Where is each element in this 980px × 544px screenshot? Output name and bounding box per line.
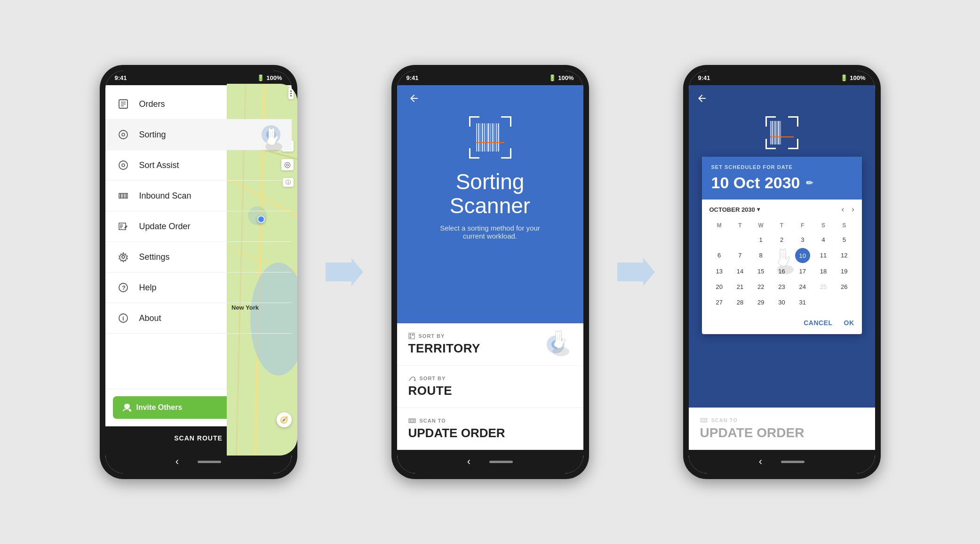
scan-laser-line [476, 142, 504, 143]
day-13[interactable]: 13 [709, 264, 729, 279]
route-main-label: ROUTE [408, 384, 572, 398]
menu-item-settings[interactable]: Settings [105, 242, 292, 272]
day-31[interactable]: 31 [793, 295, 813, 310]
svg-rect-36 [410, 334, 411, 336]
day-empty-1 [709, 232, 729, 247]
day-8[interactable]: 8 [751, 248, 771, 263]
svg-point-15 [119, 161, 127, 169]
day-29[interactable]: 29 [751, 295, 771, 310]
sort-by-territory-option[interactable]: SORT BY TERRITORY [397, 323, 583, 366]
invite-icon [122, 403, 132, 412]
back-arrow-icon-2 [408, 93, 420, 104]
route-icon [408, 375, 416, 382]
back-nav-button-3[interactable]: ‹ [759, 456, 762, 468]
update-order-label: Update Order [139, 222, 191, 232]
arrow-svg-2 [617, 258, 655, 286]
month-year-label: OCTOBER 2030 ▾ [709, 206, 760, 213]
back-button-2[interactable] [408, 93, 420, 107]
ok-button[interactable]: OK [844, 319, 854, 327]
day-28[interactable]: 28 [730, 295, 750, 310]
day-1[interactable]: 1 [751, 232, 771, 247]
menu-item-sorting[interactable]: Sorting [105, 120, 292, 150]
day-header-s1: S [813, 219, 833, 232]
day-15[interactable]: 15 [751, 264, 771, 279]
update-order-label-3: UPDATE ORDER [700, 425, 864, 440]
day-20[interactable]: 20 [709, 280, 729, 294]
day-18[interactable]: 18 [813, 264, 833, 279]
settings-icon [117, 250, 130, 264]
svg-point-27 [122, 256, 125, 258]
day-26[interactable]: 26 [834, 280, 854, 294]
svg-point-39 [552, 347, 569, 356]
scan-laser-3 [770, 136, 794, 137]
edit-date-icon[interactable]: ✏ [806, 178, 813, 188]
modal-actions: CANCEL OK [702, 315, 862, 334]
day-21[interactable]: 21 [730, 280, 750, 294]
day-5[interactable]: 5 [834, 232, 854, 247]
day-30[interactable]: 30 [772, 295, 791, 310]
day-22[interactable]: 22 [751, 280, 771, 294]
status-bar-3: 9:41 🔋 100% [689, 71, 875, 85]
home-indicator-3[interactable] [781, 461, 805, 463]
battery-label-3: 100% [850, 74, 865, 81]
home-indicator-2[interactable] [489, 461, 513, 463]
day-header-w: W [751, 219, 771, 232]
day-14[interactable]: 14 [730, 264, 750, 279]
scan-frame-3 [765, 116, 798, 149]
month-navigation: OCTOBER 2030 ▾ ‹ › [709, 205, 854, 214]
phone3-top-section: SET SCHEDULED FOR DATE 10 Oct 2030 ✏ OCT… [689, 85, 875, 408]
menu-item-about[interactable]: i About [105, 303, 292, 334]
battery-2: 🔋 100% [549, 74, 574, 81]
nav-bar-2: ‹ [397, 450, 583, 473]
day-24[interactable]: 24 [793, 280, 813, 294]
battery-3: 🔋 100% [840, 74, 865, 81]
update-order-icon [117, 220, 130, 233]
day-23[interactable]: 23 [772, 280, 791, 294]
svg-rect-37 [412, 334, 414, 336]
day-12[interactable]: 12 [834, 248, 854, 263]
sort-assist-label: Sort Assist [139, 160, 179, 170]
day-27[interactable]: 27 [709, 295, 729, 310]
day-11[interactable]: 11 [813, 248, 833, 263]
scan-to-update-option[interactable]: SCAN TO UPDATE ORDER [397, 408, 583, 450]
day-19[interactable]: 19 [834, 264, 854, 279]
sort-by-route-option[interactable]: SORT BY ROUTE [397, 366, 583, 408]
cancel-button[interactable]: CANCEL [804, 319, 832, 327]
back-arrow-icon-3 [696, 93, 708, 104]
day-6[interactable]: 6 [709, 248, 729, 263]
battery-label-1: 100% [266, 74, 282, 81]
day-header-t1: T [730, 219, 750, 232]
day-empty-6 [813, 295, 833, 310]
date-picker-modal: SET SCHEDULED FOR DATE 10 Oct 2030 ✏ OCT… [702, 157, 862, 334]
back-button-3[interactable] [696, 93, 708, 107]
menu-item-help[interactable]: ? Help [105, 272, 292, 303]
calendar-nav-arrows: ‹ › [842, 205, 854, 214]
svg-rect-47 [701, 418, 707, 422]
menu-item-inbound-scan[interactable]: Inbound Scan [105, 181, 292, 211]
back-nav-button-1[interactable]: ‹ [175, 456, 179, 468]
day-7[interactable]: 7 [730, 248, 750, 263]
prev-month-button[interactable]: ‹ [842, 205, 844, 214]
menu-item-orders[interactable]: Orders [105, 89, 292, 120]
scan-frame-2 [469, 116, 511, 159]
set-scheduled-label: SET SCHEDULED FOR DATE [711, 164, 853, 170]
orders-icon [117, 97, 130, 111]
day-25[interactable]: 25 [813, 280, 833, 294]
next-month-button[interactable]: › [852, 205, 854, 214]
barcode-small [770, 121, 794, 144]
phone3-bottom-section: SCAN TO UPDATE ORDER [689, 408, 875, 450]
compass-icon[interactable]: 🧭 [277, 412, 292, 427]
svg-text:?: ? [122, 284, 126, 291]
orders-label: Orders [139, 99, 165, 109]
day-empty-2 [730, 232, 750, 247]
menu-item-update-order[interactable]: Update Order [105, 211, 292, 242]
battery-icon-2: 🔋 [549, 74, 556, 81]
svg-text:i: i [122, 315, 124, 322]
month-dropdown-icon[interactable]: ▾ [757, 206, 760, 213]
svg-point-16 [122, 164, 125, 167]
home-indicator-1[interactable] [198, 461, 221, 463]
back-nav-button-2[interactable]: ‹ [467, 456, 470, 468]
selected-date-display: 10 Oct 2030 ✏ [711, 174, 853, 192]
day-header-t2: T [772, 219, 791, 232]
day-4[interactable]: 4 [813, 232, 833, 247]
